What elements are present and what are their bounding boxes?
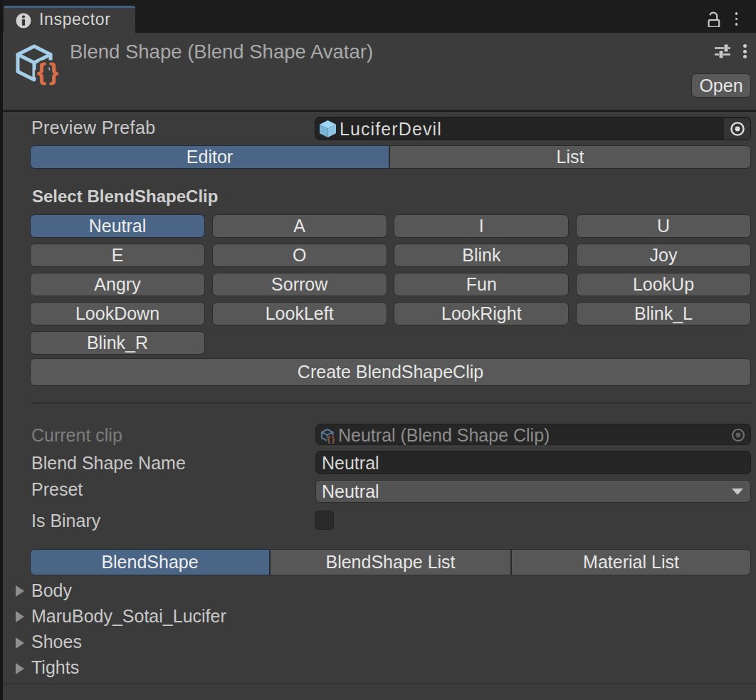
svg-text:{: { — [37, 58, 46, 85]
svg-text:}: } — [331, 434, 335, 444]
svg-text:}: } — [49, 58, 58, 85]
svg-text:{: { — [327, 434, 330, 444]
